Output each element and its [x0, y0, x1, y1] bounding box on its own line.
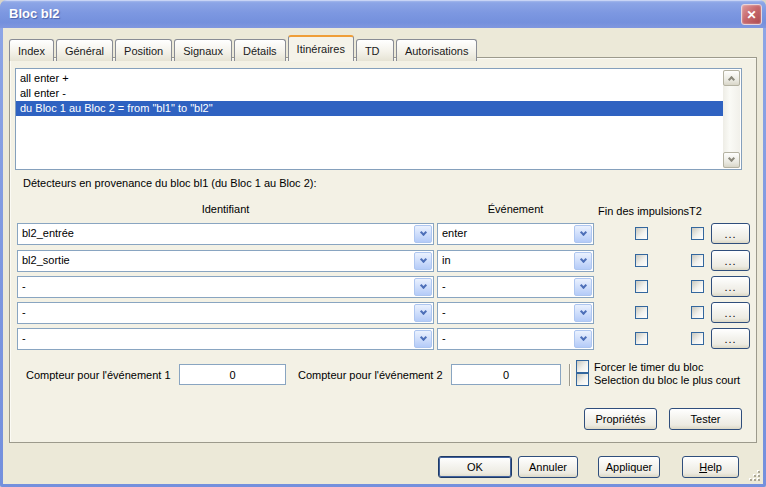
resize-grip[interactable]: [747, 468, 760, 481]
chevron-down-icon: [728, 155, 735, 162]
combo-dropdown-button[interactable]: [414, 330, 432, 348]
more-button-label: ...: [724, 255, 736, 267]
evenement-combo-row2[interactable]: in: [437, 250, 594, 272]
identifiant-combo-row1[interactable]: bl2_entrée: [17, 223, 434, 245]
selection-bloc-label: Selection du bloc le plus court: [594, 374, 740, 386]
ok-button[interactable]: OK: [438, 456, 512, 478]
tab-index[interactable]: Index: [9, 39, 54, 61]
more-button-row4[interactable]: ...: [711, 302, 750, 323]
title-bar[interactable]: Bloc bl2 ✕: [0, 0, 766, 28]
combo-dropdown-button[interactable]: [574, 225, 592, 243]
tab-autorisations[interactable]: Autorisations: [396, 39, 478, 61]
combo-value: -: [442, 306, 571, 318]
t2-checkbox-row1[interactable]: [691, 227, 704, 240]
chevron-down-icon: [419, 282, 426, 289]
combo-dropdown-button[interactable]: [574, 330, 592, 348]
evenement-combo-row4[interactable]: -: [437, 302, 594, 324]
forcer-timer-checkbox[interactable]: [576, 360, 589, 373]
counter1-input[interactable]: [179, 364, 286, 385]
combo-value: -: [22, 306, 411, 318]
t2-checkbox-row5[interactable]: [691, 332, 704, 345]
more-button-row2[interactable]: ...: [711, 250, 750, 271]
window-title: Bloc bl2: [9, 6, 60, 21]
list-item-label: all enter +: [20, 72, 69, 84]
more-button-row1[interactable]: ...: [711, 223, 750, 244]
tab-itineraires[interactable]: Itinéraires: [288, 35, 354, 61]
tab-label: Détails: [243, 45, 277, 57]
combo-value: -: [442, 332, 571, 344]
combo-value: bl2_sortie: [22, 254, 411, 266]
list-item[interactable]: all enter +: [16, 71, 723, 86]
t2-checkbox-row2[interactable]: [691, 254, 704, 267]
detectors-label: Détecteurs en provenance du bloc bl1 (du…: [23, 177, 317, 189]
identifiant-combo-row3[interactable]: -: [17, 276, 434, 298]
tab-label: TD: [365, 45, 380, 57]
annuler-button[interactable]: Annuler: [518, 456, 578, 478]
combo-dropdown-button[interactable]: [574, 252, 592, 270]
close-button[interactable]: ✕: [741, 4, 762, 25]
tab-td[interactable]: TD: [356, 39, 394, 61]
help-button-label: Help: [699, 461, 722, 473]
combo-dropdown-button[interactable]: [574, 278, 592, 296]
evenement-combo-row5[interactable]: -: [437, 328, 594, 350]
evenement-combo-row1[interactable]: enter: [437, 223, 594, 245]
more-button-label: ...: [724, 281, 736, 293]
help-button[interactable]: Help: [682, 456, 739, 478]
identifiant-combo-row4[interactable]: -: [17, 302, 434, 324]
more-button-label: ...: [724, 307, 736, 319]
counter2-input[interactable]: [451, 364, 561, 385]
combo-dropdown-button[interactable]: [414, 225, 432, 243]
combo-dropdown-button[interactable]: [574, 304, 592, 322]
list-item-label: du Bloc 1 au Bloc 2 = from "bl1" to "bl2…: [20, 102, 213, 114]
column-header-t2: T2: [689, 205, 709, 217]
chevron-down-icon: [579, 334, 586, 341]
tester-button-label: Tester: [691, 413, 721, 425]
t2-checkbox-row3[interactable]: [691, 280, 704, 293]
tab-label: Position: [124, 45, 163, 57]
chevron-down-icon: [419, 229, 426, 236]
list-item[interactable]: all enter -: [16, 86, 723, 101]
forcer-timer-label: Forcer le timer du bloc: [594, 361, 703, 373]
fin-impulsions-checkbox-row3[interactable]: [635, 280, 648, 293]
more-button-row5[interactable]: ...: [711, 328, 750, 349]
chevron-down-icon: [579, 256, 586, 263]
fin-impulsions-checkbox-row4[interactable]: [635, 306, 648, 319]
tab-page-itineraires: all enter + all enter - du Bloc 1 au Blo…: [9, 57, 757, 443]
t2-checkbox-row4[interactable]: [691, 306, 704, 319]
listbox-scrollbar[interactable]: [723, 70, 740, 168]
identifiant-combo-row5[interactable]: -: [17, 328, 434, 350]
tab-position[interactable]: Position: [115, 39, 172, 61]
fin-impulsions-checkbox-row1[interactable]: [635, 227, 648, 240]
combo-dropdown-button[interactable]: [414, 252, 432, 270]
fin-impulsions-checkbox-row2[interactable]: [635, 254, 648, 267]
routes-listbox[interactable]: all enter + all enter - du Bloc 1 au Blo…: [15, 68, 742, 170]
appliquer-button[interactable]: Appliquer: [598, 456, 660, 478]
more-button-row3[interactable]: ...: [711, 276, 750, 297]
evenement-combo-row3[interactable]: -: [437, 276, 594, 298]
dialog-window: Bloc bl2 ✕ Index Général Position Signau…: [0, 0, 766, 487]
list-item-selected[interactable]: du Bloc 1 au Bloc 2 = from "bl1" to "bl2…: [16, 101, 723, 116]
vertical-separator: [569, 364, 570, 386]
tab-signaux[interactable]: Signaux: [174, 39, 232, 61]
proprietes-button-label: Propriétés: [595, 413, 645, 425]
list-item-label: all enter -: [20, 87, 66, 99]
more-button-label: ...: [724, 228, 736, 240]
proprietes-button[interactable]: Propriétés: [584, 408, 657, 430]
fin-impulsions-checkbox-row5[interactable]: [635, 332, 648, 345]
identifiant-combo-row2[interactable]: bl2_sortie: [17, 250, 434, 272]
combo-dropdown-button[interactable]: [414, 278, 432, 296]
tester-button[interactable]: Tester: [669, 408, 742, 430]
appliquer-button-label: Appliquer: [606, 461, 652, 473]
scroll-down-button[interactable]: [723, 152, 740, 168]
tab-details[interactable]: Détails: [234, 39, 286, 61]
tab-label: Général: [65, 45, 104, 57]
tab-general[interactable]: Général: [56, 39, 113, 61]
scroll-up-button[interactable]: [723, 70, 740, 86]
selection-bloc-checkbox[interactable]: [576, 373, 589, 386]
column-header-evenement: Événement: [437, 203, 594, 215]
combo-dropdown-button[interactable]: [414, 304, 432, 322]
combo-value: -: [22, 280, 411, 292]
tab-label: Signaux: [183, 45, 223, 57]
combo-value: -: [22, 332, 411, 344]
annuler-button-label: Annuler: [529, 461, 567, 473]
